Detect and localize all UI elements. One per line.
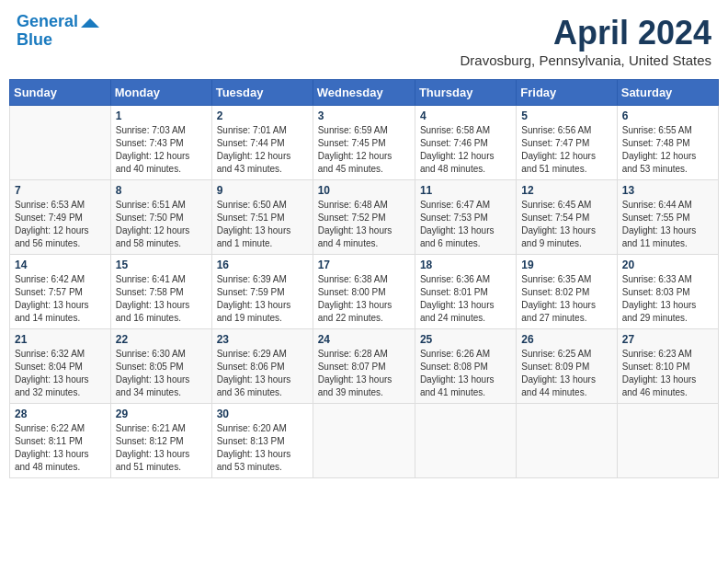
day-number: 23 <box>217 333 308 346</box>
day-info: Sunrise: 6:22 AM Sunset: 8:11 PM Dayligh… <box>15 422 106 474</box>
day-number: 8 <box>116 184 207 197</box>
calendar-cell <box>517 404 617 478</box>
calendar-cell: 29Sunrise: 6:21 AM Sunset: 8:12 PM Dayli… <box>110 404 211 478</box>
calendar-cell: 12Sunrise: 6:45 AM Sunset: 7:54 PM Dayli… <box>517 180 617 255</box>
day-number: 29 <box>116 408 207 420</box>
calendar-cell: 28Sunrise: 6:22 AM Sunset: 8:11 PM Dayli… <box>10 404 111 478</box>
day-number: 7 <box>15 184 106 197</box>
calendar-cell: 16Sunrise: 6:39 AM Sunset: 7:59 PM Dayli… <box>211 255 313 329</box>
calendar-cell: 23Sunrise: 6:29 AM Sunset: 8:06 PM Dayli… <box>211 329 313 404</box>
col-header-thursday: Thursday <box>415 80 516 106</box>
logo-text-line2: Blue <box>17 31 52 50</box>
calendar-cell: 7Sunrise: 6:53 AM Sunset: 7:49 PM Daylig… <box>10 180 111 255</box>
col-header-tuesday: Tuesday <box>211 80 313 106</box>
calendar-cell: 15Sunrise: 6:41 AM Sunset: 7:58 PM Dayli… <box>110 255 211 329</box>
day-info: Sunrise: 6:50 AM Sunset: 7:51 PM Dayligh… <box>217 199 308 250</box>
day-number: 14 <box>15 259 106 271</box>
day-number: 27 <box>622 333 713 346</box>
day-info: Sunrise: 6:51 AM Sunset: 7:50 PM Dayligh… <box>116 199 207 250</box>
day-info: Sunrise: 6:33 AM Sunset: 8:03 PM Dayligh… <box>622 273 713 325</box>
calendar-week-row: 1Sunrise: 7:03 AM Sunset: 7:43 PM Daylig… <box>10 106 719 180</box>
day-info: Sunrise: 6:20 AM Sunset: 8:13 PM Dayligh… <box>217 422 308 474</box>
day-info: Sunrise: 6:44 AM Sunset: 7:55 PM Dayligh… <box>622 199 713 250</box>
day-info: Sunrise: 6:35 AM Sunset: 8:02 PM Dayligh… <box>521 273 611 325</box>
day-info: Sunrise: 6:38 AM Sunset: 8:00 PM Dayligh… <box>318 273 410 325</box>
calendar-week-row: 14Sunrise: 6:42 AM Sunset: 7:57 PM Dayli… <box>10 255 719 329</box>
day-info: Sunrise: 7:01 AM Sunset: 7:44 PM Dayligh… <box>217 124 308 176</box>
day-number: 22 <box>116 333 207 346</box>
calendar-week-row: 28Sunrise: 6:22 AM Sunset: 8:11 PM Dayli… <box>10 404 719 478</box>
day-info: Sunrise: 6:30 AM Sunset: 8:05 PM Dayligh… <box>116 348 207 399</box>
day-number: 15 <box>116 259 207 271</box>
day-number: 6 <box>622 109 713 122</box>
col-header-sunday: Sunday <box>10 80 111 106</box>
calendar-cell: 14Sunrise: 6:42 AM Sunset: 7:57 PM Dayli… <box>10 255 111 329</box>
day-info: Sunrise: 6:26 AM Sunset: 8:08 PM Dayligh… <box>420 348 511 399</box>
day-info: Sunrise: 6:53 AM Sunset: 7:49 PM Dayligh… <box>15 199 106 250</box>
day-number: 13 <box>622 184 713 197</box>
calendar-cell: 5Sunrise: 6:56 AM Sunset: 7:47 PM Daylig… <box>517 106 617 180</box>
calendar-cell <box>10 106 111 180</box>
day-number: 3 <box>318 109 410 122</box>
day-info: Sunrise: 6:45 AM Sunset: 7:54 PM Dayligh… <box>521 199 611 250</box>
calendar-cell <box>415 404 516 478</box>
calendar-cell: 3Sunrise: 6:59 AM Sunset: 7:45 PM Daylig… <box>313 106 415 180</box>
calendar-cell: 9Sunrise: 6:50 AM Sunset: 7:51 PM Daylig… <box>211 180 313 255</box>
day-number: 21 <box>15 333 106 346</box>
calendar-cell <box>313 404 415 478</box>
calendar-cell: 17Sunrise: 6:38 AM Sunset: 8:00 PM Dayli… <box>313 255 415 329</box>
calendar-cell: 27Sunrise: 6:23 AM Sunset: 8:10 PM Dayli… <box>617 329 718 404</box>
day-info: Sunrise: 6:28 AM Sunset: 8:07 PM Dayligh… <box>318 348 410 399</box>
day-number: 24 <box>318 333 410 346</box>
day-info: Sunrise: 6:21 AM Sunset: 8:12 PM Dayligh… <box>116 422 207 474</box>
day-info: Sunrise: 7:03 AM Sunset: 7:43 PM Dayligh… <box>116 124 207 176</box>
location: Dravosburg, Pennsylvania, United States <box>461 52 711 68</box>
calendar-cell: 24Sunrise: 6:28 AM Sunset: 8:07 PM Dayli… <box>313 329 415 404</box>
day-info: Sunrise: 6:56 AM Sunset: 7:47 PM Dayligh… <box>521 124 611 176</box>
day-number: 25 <box>420 333 511 346</box>
title-area: April 2024 Dravosburg, Pennsylvania, Uni… <box>461 13 711 68</box>
day-info: Sunrise: 6:23 AM Sunset: 8:10 PM Dayligh… <box>622 348 713 399</box>
day-number: 18 <box>420 259 511 271</box>
month-title: April 2024 <box>461 13 711 52</box>
calendar-cell: 10Sunrise: 6:48 AM Sunset: 7:52 PM Dayli… <box>313 180 415 255</box>
col-header-saturday: Saturday <box>617 80 718 106</box>
calendar-week-row: 7Sunrise: 6:53 AM Sunset: 7:49 PM Daylig… <box>10 180 719 255</box>
calendar-cell: 13Sunrise: 6:44 AM Sunset: 7:55 PM Dayli… <box>617 180 718 255</box>
calendar-cell: 4Sunrise: 6:58 AM Sunset: 7:46 PM Daylig… <box>415 106 516 180</box>
day-number: 19 <box>521 259 611 271</box>
col-header-friday: Friday <box>517 80 617 106</box>
day-number: 5 <box>521 109 611 122</box>
calendar-cell: 19Sunrise: 6:35 AM Sunset: 8:02 PM Dayli… <box>517 255 617 329</box>
day-info: Sunrise: 6:47 AM Sunset: 7:53 PM Dayligh… <box>420 199 511 250</box>
calendar-header-row: SundayMondayTuesdayWednesdayThursdayFrid… <box>10 80 719 106</box>
calendar-cell: 18Sunrise: 6:36 AM Sunset: 8:01 PM Dayli… <box>415 255 516 329</box>
calendar-table: SundayMondayTuesdayWednesdayThursdayFrid… <box>9 79 719 478</box>
calendar-cell: 8Sunrise: 6:51 AM Sunset: 7:50 PM Daylig… <box>110 180 211 255</box>
day-number: 4 <box>420 109 511 122</box>
col-header-wednesday: Wednesday <box>313 80 415 106</box>
day-info: Sunrise: 6:39 AM Sunset: 7:59 PM Dayligh… <box>217 273 308 325</box>
calendar-cell: 30Sunrise: 6:20 AM Sunset: 8:13 PM Dayli… <box>211 404 313 478</box>
day-number: 10 <box>318 184 410 197</box>
day-number: 12 <box>521 184 611 197</box>
page-header: General Blue April 2024 Dravosburg, Penn… <box>9 9 719 72</box>
day-number: 9 <box>217 184 308 197</box>
calendar-cell: 2Sunrise: 7:01 AM Sunset: 7:44 PM Daylig… <box>211 106 313 180</box>
logo-text-line1: General <box>17 13 78 31</box>
day-number: 16 <box>217 259 308 271</box>
calendar-cell: 11Sunrise: 6:47 AM Sunset: 7:53 PM Dayli… <box>415 180 516 255</box>
logo: General Blue <box>17 13 99 50</box>
day-info: Sunrise: 6:55 AM Sunset: 7:48 PM Dayligh… <box>622 124 713 176</box>
day-info: Sunrise: 6:36 AM Sunset: 8:01 PM Dayligh… <box>420 273 511 325</box>
day-number: 2 <box>217 109 308 122</box>
day-info: Sunrise: 6:42 AM Sunset: 7:57 PM Dayligh… <box>15 273 106 325</box>
calendar-cell: 26Sunrise: 6:25 AM Sunset: 8:09 PM Dayli… <box>517 329 617 404</box>
day-number: 28 <box>15 408 106 420</box>
day-info: Sunrise: 6:58 AM Sunset: 7:46 PM Dayligh… <box>420 124 511 176</box>
calendar-cell <box>617 404 718 478</box>
day-info: Sunrise: 6:29 AM Sunset: 8:06 PM Dayligh… <box>217 348 308 399</box>
calendar-cell: 22Sunrise: 6:30 AM Sunset: 8:05 PM Dayli… <box>110 329 211 404</box>
day-info: Sunrise: 6:48 AM Sunset: 7:52 PM Dayligh… <box>318 199 410 250</box>
day-info: Sunrise: 6:59 AM Sunset: 7:45 PM Dayligh… <box>318 124 410 176</box>
